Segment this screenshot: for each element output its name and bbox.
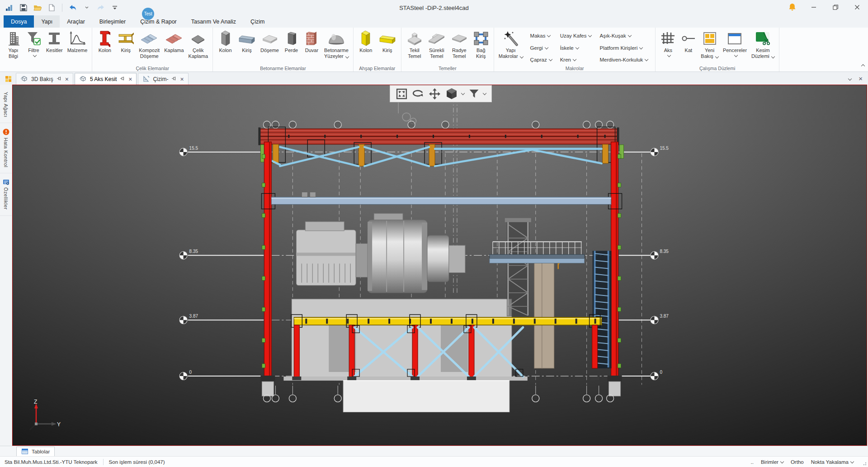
chevron-down-icon — [547, 33, 551, 37]
macro-button-gergi[interactable]: Gergi — [530, 45, 552, 51]
notification-bell-button[interactable] — [781, 0, 803, 15]
macro-button-uzay-kafes[interactable]: Uzay Kafes — [560, 33, 592, 38]
tab-list-dropdown[interactable] — [846, 75, 851, 81]
ribbon-item-pencereler[interactable]: Pencereler — [721, 29, 749, 65]
ribbon-item-perde[interactable]: Perde — [281, 29, 302, 65]
ribbon-item-kolon[interactable]: Kolon — [356, 29, 376, 65]
sidebar-tab-yapı-ağacı[interactable]: Yapı Ağacı — [0, 86, 12, 123]
walkway-platform[interactable] — [490, 242, 585, 263]
ribbon-item-tekil-temel[interactable]: Tekil Temel — [404, 29, 425, 65]
ribbon-item-döşeme[interactable]: Döşeme — [258, 29, 281, 65]
tables-tab[interactable]: Tablolar — [16, 447, 55, 456]
status-ortho[interactable]: Ortho — [791, 459, 804, 465]
menu-tab-çizim[interactable]: Çizim — [243, 15, 272, 28]
ribbon-item-kat[interactable]: Kat — [678, 29, 698, 65]
ribbon-item-kiriş[interactable]: Kiriş — [115, 29, 137, 65]
menu-tab-yapı[interactable]: Yapı — [34, 15, 60, 28]
ribbon-item-çelik-kaplama[interactable]: Çelik Kaplama — [186, 29, 210, 65]
level-label: 0 — [189, 370, 192, 375]
menu-tab-birleşimler[interactable]: Birleşimler — [92, 15, 133, 28]
bottom-tab-strip: Tablolar — [0, 446, 868, 456]
menu-tab-tasarım-ve-analiz[interactable]: Tasarım Ve Analiz — [184, 15, 243, 28]
ribbon-item-kesitler[interactable]: Kesitler — [44, 29, 65, 65]
ribbon-item-kiriş[interactable]: Kiriş — [376, 29, 399, 65]
macro-button-i-skele[interactable]: İskele — [560, 45, 592, 51]
minimize-button[interactable] — [803, 0, 825, 15]
model-viewport[interactable]: 15.5 8.35 3.87 0 15.5 8.35 3.87 0 — [12, 85, 867, 446]
menu-tab-çizim-rapor[interactable]: Çizim & RaporTest — [133, 15, 184, 28]
ribbon-item-aks[interactable]: Aks — [658, 29, 678, 65]
ribbon-item-malzeme[interactable]: Malzeme — [65, 29, 90, 65]
save-button[interactable] — [19, 3, 28, 13]
lattice-tower[interactable] — [505, 218, 531, 316]
new-document-button[interactable] — [47, 3, 57, 13]
ribbon-item-label: Çelik Kaplama — [189, 48, 208, 59]
doc-tab-label: 5 Aks Kesit — [90, 76, 117, 82]
macro-button-makas[interactable]: Makas — [530, 33, 552, 38]
status-nokta-yakalama[interactable]: Nokta Yakalama — [811, 459, 854, 465]
menu-tab-dosya[interactable]: Dosya — [4, 15, 34, 28]
open-folder-button[interactable] — [33, 3, 42, 13]
close-tab-icon[interactable]: × — [180, 76, 184, 82]
resize-grip[interactable] — [863, 462, 866, 465]
macro-button-platform-kirişleri[interactable]: Platform Kirişleri — [599, 45, 648, 51]
ribbon-item-label: Kesitler — [46, 48, 63, 53]
dropdown-small-button[interactable] — [82, 3, 92, 13]
pan-button[interactable] — [429, 88, 441, 100]
pin-icon[interactable] — [57, 76, 62, 82]
ribbon-item-kiriş[interactable]: Kiriş — [236, 29, 258, 65]
doc-tab-3d-bakış[interactable]: 3D Bakış× — [16, 73, 73, 85]
ribbon-item-yapı-bilgi[interactable]: Yapı Bilgi — [3, 29, 24, 65]
concrete-pier[interactable] — [534, 257, 561, 368]
undo-button[interactable] — [68, 3, 78, 13]
macro-button-label: Makas — [530, 33, 546, 38]
close-tab-icon[interactable]: × — [65, 76, 69, 82]
ribbon-item-label: Kolon — [359, 48, 372, 53]
macro-button-çapraz[interactable]: Çapraz — [530, 57, 552, 62]
close-button[interactable] — [846, 0, 868, 15]
turbine-machinery[interactable] — [296, 214, 465, 293]
fit-view-button[interactable] — [396, 88, 408, 100]
ribbon-item-kaplama[interactable]: Kaplama — [162, 29, 186, 65]
pin-icon[interactable] — [120, 76, 125, 82]
section-drawing[interactable]: 15.5 8.35 3.87 0 15.5 8.35 3.87 0 — [13, 85, 867, 445]
ribbon-item-radye-temel[interactable]: Radye Temel — [448, 29, 471, 65]
ribbon-item-kolon[interactable]: Kolon — [215, 29, 236, 65]
dropdown-indicator — [665, 53, 670, 58]
view-filter-button[interactable] — [468, 88, 486, 99]
ribbon-collapse-button[interactable] — [859, 62, 864, 69]
menu-tab-araçlar[interactable]: Araçlar — [60, 15, 92, 28]
tie-beam[interactable] — [271, 192, 611, 204]
macro-button-kren[interactable]: Kren — [560, 57, 592, 62]
sidebar-tab-özellikler[interactable]: Özellikler — [0, 173, 12, 215]
ribbon-item-bağ-kiriş[interactable]: Bağ Kiriş — [471, 29, 491, 65]
status-birimler[interactable]: Birimler — [761, 459, 783, 465]
ribbon-item-duvar[interactable]: Duvar — [302, 29, 322, 65]
ribbon-item-kesim-düzlemi[interactable]: Kesim Düzlemi — [749, 29, 777, 65]
pin-icon[interactable] — [171, 76, 177, 82]
ribbon-item-yeni-bakış[interactable]: Yeni Bakış — [698, 29, 721, 65]
redo-button[interactable] — [96, 3, 106, 13]
qat-customize-button[interactable] — [110, 3, 120, 13]
ribbon-item-yapı-makrolar[interactable]: Yapı Makrolar — [496, 29, 525, 65]
ribbon-item-kolon[interactable]: Kolon — [94, 29, 115, 65]
ribbon-item-betonarme-yüzeyler[interactable]: Betonarme Yüzeyler — [322, 29, 351, 65]
macro-button-merdiven-korkuluk[interactable]: Merdiven-Korkuluk — [599, 57, 648, 62]
ribbon-item-filtre[interactable]: Filtre — [24, 29, 44, 65]
layout-grid-button[interactable] — [1, 73, 15, 84]
doc-tab-çizim[interactable]: Çizim-× — [138, 73, 188, 85]
restore-button[interactable] — [825, 0, 846, 15]
orbit-button[interactable] — [412, 88, 425, 99]
ribbon-item-kompozit-döşeme[interactable]: Kompozit Döşeme — [137, 29, 162, 65]
view-cube-button[interactable] — [445, 87, 464, 100]
close-document-icon[interactable]: × — [859, 75, 863, 82]
app-logo-button[interactable] — [5, 3, 14, 13]
concrete-foundation[interactable] — [283, 299, 527, 412]
deck-composite-icon — [140, 29, 159, 48]
doc-tab-5-aks-kesit[interactable]: 5 Aks Kesit× — [75, 73, 137, 85]
ribbon-item-sürekli-temel[interactable]: Sürekli Temel — [425, 29, 448, 65]
close-tab-icon[interactable]: × — [128, 76, 132, 82]
macro-button-aşık-kuşak[interactable]: Aşık-Kuşak — [599, 33, 648, 38]
sidebar-tab-hata-kontrol[interactable]: Hata Kontrol — [0, 123, 12, 173]
tie-beam-frame-icon — [473, 29, 489, 48]
